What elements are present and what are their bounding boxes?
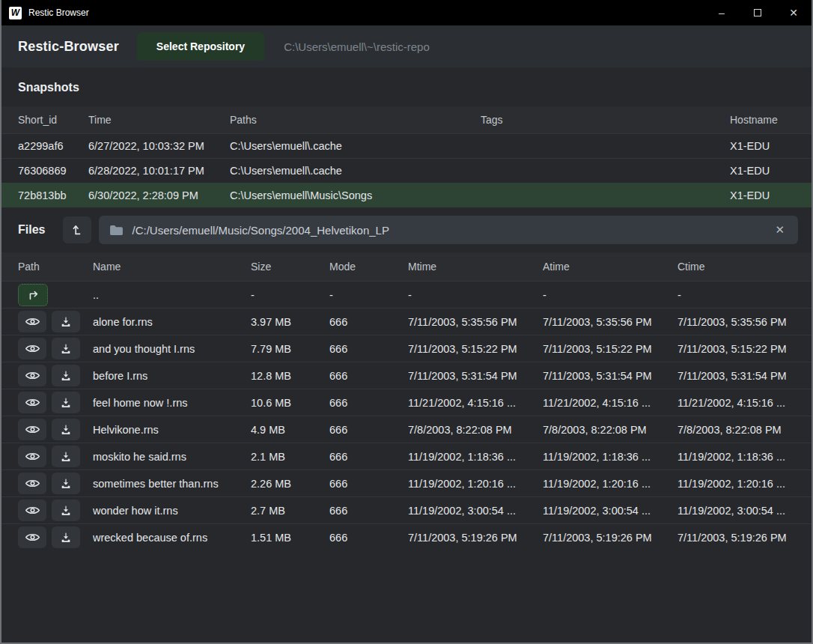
window-title: Restic Browser — [28, 7, 89, 18]
column-header-hostname: Hostname — [730, 114, 800, 126]
snapshot-row[interactable]: a2299af6 6/27/2022, 10:03:32 PM C:\Users… — [1, 133, 812, 158]
column-header-mode: Mode — [329, 261, 408, 273]
snapshot-short-id: 76306869 — [18, 165, 88, 177]
file-mtime: 7/11/2003, 5:15:22 PM — [408, 343, 543, 355]
file-atime: 7/11/2003, 5:19:26 PM — [543, 532, 678, 544]
download-icon — [60, 532, 72, 544]
file-row: alone for.rns3.97 MB6667/11/2003, 5:35:5… — [1, 308, 812, 335]
preview-file-button[interactable] — [18, 338, 46, 359]
download-icon — [60, 424, 72, 436]
download-file-button[interactable] — [52, 446, 80, 467]
files-bar: Files /C:/Users/emuell/Music/Songs/2004_… — [1, 207, 812, 252]
preview-file-button[interactable] — [18, 499, 46, 521]
file-mode: 666 — [329, 478, 408, 490]
file-atime: 11/21/2002, 4:15:16 ... — [543, 397, 678, 409]
file-mode: 666 — [329, 451, 408, 463]
file-mtime: 11/19/2002, 1:20:16 ... — [408, 478, 543, 490]
file-mode: 666 — [329, 370, 408, 382]
up-directory-icon — [70, 223, 84, 237]
snapshot-row-selected[interactable]: 72b813bb 6/30/2022, 2:28:09 PM C:\Users\… — [1, 183, 812, 207]
preview-file-button[interactable] — [18, 473, 46, 494]
file-name: before I.rns — [93, 370, 251, 382]
snapshot-time: 6/27/2022, 10:03:32 PM — [88, 140, 230, 152]
file-atime: 7/11/2003, 5:15:22 PM — [543, 343, 678, 355]
file-mode: 666 — [329, 397, 408, 409]
file-size: 10.6 MB — [251, 397, 329, 409]
snapshots-table-header: Short_id Time Paths Tags Hostname — [1, 106, 812, 133]
minimize-button[interactable]: – — [704, 0, 740, 25]
current-path-field[interactable]: /C:/Users/emuell/Music/Songs/2004_Helvet… — [99, 216, 798, 244]
file-ctime: 7/11/2003, 5:35:56 PM — [678, 316, 800, 328]
column-header-time: Time — [88, 114, 230, 126]
close-icon: ✕ — [789, 7, 798, 19]
preview-file-button[interactable] — [18, 419, 46, 440]
file-mode: 666 — [329, 316, 408, 328]
download-file-button[interactable] — [52, 365, 80, 386]
file-size: 7.79 MB — [251, 343, 329, 355]
file-ctime: 7/8/2003, 8:22:08 PM — [678, 424, 800, 436]
enter-parent-directory-icon — [26, 289, 40, 301]
preview-file-button[interactable] — [18, 446, 46, 467]
file-name: sometimes better than.rns — [93, 478, 251, 490]
go-up-directory-button[interactable] — [63, 216, 91, 243]
file-size: 4.9 MB — [251, 424, 329, 436]
file-mtime: 11/21/2002, 4:15:16 ... — [408, 397, 543, 409]
snapshot-hostname: X1-EDU — [730, 140, 800, 152]
download-icon — [60, 505, 72, 517]
file-ctime: 11/19/2002, 3:00:54 ... — [678, 505, 800, 517]
download-file-button[interactable] — [52, 526, 80, 548]
preview-eye-icon — [25, 424, 40, 435]
preview-file-button[interactable] — [18, 311, 46, 332]
column-header-paths: Paths — [230, 114, 481, 126]
preview-eye-icon — [25, 343, 40, 354]
close-button[interactable]: ✕ — [776, 0, 812, 25]
file-ctime: 7/11/2003, 5:15:22 PM — [678, 343, 800, 355]
maximize-icon — [754, 9, 761, 16]
maximize-button[interactable] — [740, 0, 776, 25]
preview-file-button[interactable] — [18, 365, 46, 386]
select-repository-button[interactable]: Select Repository — [137, 32, 264, 61]
file-row: Helvikone.rns4.9 MB6667/8/2003, 8:22:08 … — [1, 416, 812, 443]
file-name: moskito he said.rns — [93, 451, 251, 463]
file-row: moskito he said.rns2.1 MB66611/19/2002, … — [1, 443, 812, 470]
download-file-button[interactable] — [52, 473, 80, 494]
download-icon — [60, 343, 72, 355]
preview-eye-icon — [25, 478, 40, 489]
preview-file-button[interactable] — [18, 526, 46, 548]
parent-directory-button[interactable] — [18, 284, 48, 306]
file-atime: 7/8/2003, 8:22:08 PM — [543, 424, 678, 436]
download-icon — [60, 451, 72, 463]
column-header-tags: Tags — [481, 114, 730, 126]
column-header-ctime: Ctime — [678, 261, 800, 273]
file-mtime: 11/19/2002, 3:00:54 ... — [408, 505, 543, 517]
file-ctime: 7/11/2003, 5:19:26 PM — [678, 532, 800, 544]
file-row: feel home now !.rns10.6 MB66611/21/2002,… — [1, 389, 812, 416]
file-atime: 11/19/2002, 3:00:54 ... — [543, 505, 678, 517]
download-file-button[interactable] — [52, 419, 80, 440]
files-table-header: Path Name Size Mode Mtime Atime Ctime — [1, 252, 812, 281]
preview-file-button[interactable] — [18, 392, 46, 413]
file-row: wrecked because of.rns1.51 MB6667/11/200… — [1, 523, 812, 550]
file-mtime: - — [408, 289, 543, 301]
file-atime: 11/19/2002, 1:20:16 ... — [543, 478, 678, 490]
clear-path-button[interactable]: ✕ — [772, 222, 788, 238]
download-file-button[interactable] — [52, 311, 80, 332]
snapshot-row[interactable]: 76306869 6/28/2022, 10:01:17 PM C:\Users… — [1, 158, 812, 183]
snapshot-short-id: a2299af6 — [18, 140, 88, 152]
files-section-title: Files — [18, 223, 45, 237]
app-title: Restic-Browser — [18, 39, 119, 55]
snapshot-short-id: 72b813bb — [18, 189, 88, 201]
download-file-button[interactable] — [52, 392, 80, 413]
file-row: before I.rns12.8 MB6667/11/2003, 5:31:54… — [1, 362, 812, 389]
download-file-button[interactable] — [52, 499, 80, 521]
current-path-text: /C:/Users/emuell/Music/Songs/2004_Helvet… — [132, 224, 772, 237]
file-mode: 666 — [329, 505, 408, 517]
snapshots-section-title: Snapshots — [1, 67, 812, 106]
download-file-button[interactable] — [52, 338, 80, 359]
file-size: 2.7 MB — [251, 505, 329, 517]
file-row: and you thought I.rns7.79 MB6667/11/2003… — [1, 335, 812, 362]
column-header-size: Size — [251, 261, 329, 273]
snapshot-paths: C:\Users\emuell\.cache — [230, 165, 481, 177]
snapshot-hostname: X1-EDU — [730, 165, 800, 177]
repository-path-input[interactable]: C:\Users\emuell\~\restic-repo — [284, 40, 795, 53]
